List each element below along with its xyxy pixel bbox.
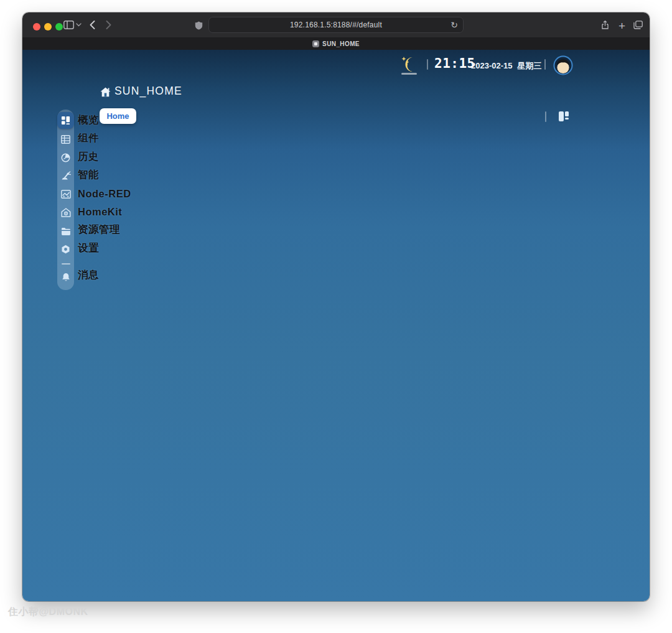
privacy-shield-icon[interactable] bbox=[195, 21, 203, 30]
sidebar-divider bbox=[62, 263, 70, 265]
clock-date: 2023-02-15星期三 bbox=[471, 60, 542, 72]
sidebar-item-messages[interactable] bbox=[57, 268, 74, 287]
date-value: 2023-02-15 bbox=[471, 61, 513, 70]
bell-icon bbox=[62, 273, 70, 282]
homekit-icon bbox=[61, 208, 71, 217]
table-icon bbox=[61, 135, 70, 144]
sidebar-nav bbox=[57, 110, 74, 290]
sidebar-item-settings[interactable] bbox=[57, 240, 74, 259]
sidebar-label-messages[interactable]: 消息 bbox=[78, 268, 99, 282]
dashboard-page: 21:15 2023-02-15星期三 bbox=[22, 50, 650, 601]
header-divider bbox=[427, 59, 428, 70]
header-divider bbox=[544, 59, 546, 70]
minimize-window-button[interactable] bbox=[44, 23, 52, 30]
reload-icon[interactable]: ↻ bbox=[450, 20, 458, 30]
new-tab-icon[interactable]: + bbox=[618, 19, 625, 33]
house-icon bbox=[100, 87, 111, 97]
sidebar-item-history[interactable] bbox=[57, 149, 74, 167]
browser-toolbar: 192.168.1.5:8188/#/default ↻ + bbox=[22, 12, 650, 37]
clock-time: 21:15 bbox=[434, 56, 475, 71]
url-text: 192.168.1.5:8188/#/default bbox=[290, 21, 382, 29]
zoom-window-button[interactable] bbox=[55, 23, 63, 30]
node-red-icon bbox=[61, 190, 71, 199]
sidebar-item-node-red[interactable] bbox=[57, 185, 74, 204]
sidebar-item-components[interactable] bbox=[57, 130, 74, 149]
page-title: SUN_HOME bbox=[114, 85, 182, 98]
sidebar-toggle-icon[interactable] bbox=[63, 21, 74, 29]
user-avatar[interactable] bbox=[553, 55, 573, 75]
close-window-button[interactable] bbox=[33, 23, 40, 30]
sidebar-item-overview[interactable] bbox=[57, 111, 74, 130]
night-weather-icon bbox=[397, 55, 421, 76]
tab-strip: SUN_HOME bbox=[22, 37, 650, 50]
address-bar[interactable]: 192.168.1.5:8188/#/default ↻ bbox=[208, 17, 464, 33]
settings-icon bbox=[61, 245, 70, 254]
automation-icon bbox=[61, 171, 71, 181]
sidebar-label-components[interactable]: 组件 bbox=[78, 131, 99, 145]
layout-icon[interactable] bbox=[558, 111, 569, 122]
home-tooltip-label: Home bbox=[106, 111, 129, 121]
dashboard-icon bbox=[61, 116, 70, 125]
tab-overview-icon[interactable] bbox=[633, 21, 643, 29]
sidebar-item-resources[interactable] bbox=[57, 222, 74, 241]
watermark: 住小帮@DMONK bbox=[8, 606, 88, 619]
sidebar-item-automation[interactable] bbox=[57, 167, 74, 185]
sidebar-label-settings[interactable]: 设置 bbox=[78, 241, 99, 255]
sidebar-chevron-down-icon[interactable] bbox=[76, 23, 82, 27]
view-switcher-divider bbox=[545, 111, 546, 122]
folder-icon bbox=[61, 227, 71, 235]
sidebar-label-automation[interactable]: 智能 bbox=[78, 168, 99, 182]
forward-button[interactable] bbox=[106, 21, 111, 29]
sidebar-label-overview[interactable]: 概览 bbox=[78, 113, 99, 127]
screenshot-stage: 192.168.1.5:8188/#/default ↻ + SUN_HOME bbox=[0, 0, 672, 633]
sidebar-label-history[interactable]: 历史 bbox=[78, 150, 99, 164]
active-tab[interactable]: SUN_HOME bbox=[322, 40, 360, 47]
sidebar-label-homekit[interactable]: HomeKit bbox=[78, 205, 122, 218]
sidebar-label-node-red[interactable]: Node-RED bbox=[78, 187, 131, 200]
back-button[interactable] bbox=[90, 21, 95, 29]
sidebar-label-resources[interactable]: 资源管理 bbox=[78, 223, 120, 237]
active-item-highlight bbox=[57, 112, 74, 129]
home-tooltip-button[interactable]: Home bbox=[100, 108, 136, 124]
history-icon bbox=[61, 153, 70, 162]
sidebar-item-homekit[interactable] bbox=[57, 204, 74, 222]
share-icon[interactable] bbox=[601, 21, 609, 30]
browser-window: 192.168.1.5:8188/#/default ↻ + SUN_HOME bbox=[22, 12, 650, 601]
tab-favicon bbox=[312, 40, 319, 47]
weekday-value: 星期三 bbox=[518, 61, 542, 70]
